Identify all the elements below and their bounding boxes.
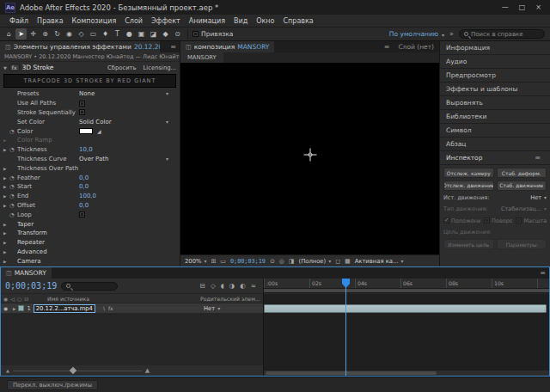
composition-mini-flowchart-icon[interactable]: ⊟ — [200, 282, 205, 290]
toggle-switches-modes-button[interactable]: Перекл. выключ./режимы — [7, 380, 98, 390]
grid-options-icon[interactable]: ⊞ — [211, 258, 216, 265]
panel-header[interactable]: Информация — [440, 41, 550, 55]
hide-shy-layers-icon[interactable]: ◖ — [221, 282, 224, 290]
clone-stamp-tool[interactable]: ▣ — [136, 28, 147, 40]
layer-label-color[interactable] — [18, 305, 24, 311]
menu-item[interactable]: Вид — [229, 17, 252, 25]
expand-arrow-icon[interactable] — [3, 258, 9, 265]
stopwatch-icon[interactable] — [9, 183, 17, 190]
tracker-checkbox[interactable]: Положение — [443, 217, 480, 224]
expand-arrow-icon[interactable] — [3, 193, 9, 199]
tracker-checkbox[interactable]: Масштаб — [516, 217, 547, 224]
layer-name[interactable]: 20.12.2...атча.mp4 — [34, 304, 95, 313]
panel-header[interactable]: Библиотеки — [440, 110, 550, 124]
track-camera-button[interactable]: Отслеж. камеру — [443, 168, 494, 178]
minimize-button[interactable]: — — [502, 3, 509, 11]
panel-header-inspector[interactable]: Инспектор — [440, 151, 550, 165]
motion-source-dropdown[interactable]: Нет — [530, 194, 547, 201]
effect-property-row[interactable]: Transform ◢ — [0, 229, 180, 238]
stabilize-motion-button[interactable]: Стаб. движение — [497, 181, 547, 191]
menu-item[interactable]: Правка — [33, 17, 67, 25]
frame-blending-icon[interactable]: ◑ — [229, 282, 235, 290]
channels-icon[interactable]: ◨ — [289, 258, 295, 265]
panel-header[interactable]: Эффекты и шаблоны — [440, 83, 550, 96]
property-value[interactable]: 0,0 — [79, 175, 89, 181]
expand-arrow-icon[interactable] — [3, 239, 9, 246]
playhead-line[interactable] — [345, 279, 346, 376]
effect-property-row[interactable]: Offset 0,0 0,0 ◢ — [0, 201, 180, 211]
camera-tool[interactable]: ◉ — [64, 28, 75, 40]
timeline-horizontal-scrollbar[interactable] — [264, 371, 549, 376]
timeline-current-time[interactable]: 0;00;03;19 — [5, 281, 57, 291]
panel-header[interactable]: Символ — [440, 124, 550, 138]
transparency-grid-icon[interactable]: ▦ — [345, 258, 351, 265]
timeline-search-box[interactable] — [61, 282, 118, 291]
track-motion-button[interactable]: Отслеж. движение — [443, 181, 494, 191]
effect-property-row[interactable]: Taper ◢ — [0, 219, 180, 229]
effect-property-row[interactable]: Advanced ◢ — [0, 248, 180, 257]
last-snapshot-icon[interactable]: ◎ — [279, 258, 284, 265]
fx-badge-icon[interactable]: fx — [9, 64, 20, 71]
puppet-pin-tool[interactable]: ⊙ — [172, 28, 183, 40]
effect-property-row[interactable]: Stroke Sequentially ◢ — [0, 108, 180, 118]
eraser-tool[interactable]: ◪ — [148, 28, 159, 40]
property-dropdown[interactable]: Over Path — [79, 156, 168, 162]
viewer-tab[interactable]: MANSORY — [180, 52, 223, 63]
snap-checkbox[interactable] — [192, 31, 199, 37]
property-dropdown[interactable]: None — [79, 90, 168, 97]
magnification-dropdown[interactable]: 200% — [185, 258, 206, 265]
brush-tool[interactable]: ● — [124, 28, 135, 40]
graph-editor-icon[interactable]: ≈ — [251, 282, 256, 290]
panel-menu-icon[interactable] — [531, 154, 544, 162]
panel-header[interactable]: Абзац — [440, 138, 550, 151]
work-area-bar[interactable] — [264, 289, 549, 293]
workspace-overflow-icon[interactable]: » — [449, 30, 454, 38]
effect-property-row[interactable]: Color Ramp ◢ — [0, 136, 180, 145]
source-name-column-header[interactable]: Имя источника — [47, 296, 89, 302]
eyedropper-icon[interactable]: ◢ — [97, 128, 101, 134]
expand-arrow-icon[interactable] — [3, 230, 9, 236]
stopwatch-icon[interactable] — [9, 193, 17, 199]
panel-menu-icon[interactable] — [381, 41, 394, 52]
tracker-checkbox[interactable]: Поворот — [484, 217, 512, 224]
layer-parent-dropdown[interactable]: Нет — [204, 305, 260, 312]
expand-arrow-icon[interactable] — [3, 137, 9, 144]
tab-layer-viewer[interactable]: Слой (нет) — [393, 41, 439, 52]
stopwatch-icon[interactable] — [9, 202, 17, 209]
property-value[interactable]: 10,0 — [79, 146, 93, 153]
zoom-out-frames-icon[interactable]: ▲ — [6, 368, 9, 373]
effect-property-row[interactable]: Camera ◢ — [0, 256, 180, 266]
close-button[interactable]: × — [535, 3, 541, 11]
menu-item[interactable]: Справка — [278, 17, 317, 25]
property-value[interactable]: 0,0 — [79, 202, 89, 209]
warp-stabilizer-button[interactable]: Стаб. деформ. — [497, 168, 547, 178]
menu-item[interactable]: Анимация — [185, 17, 229, 25]
panel-menu-icon[interactable] — [536, 267, 549, 279]
expand-arrow-icon[interactable] — [3, 221, 9, 228]
time-ruler[interactable]: :00s02s04s06s08s10s — [264, 279, 549, 289]
red-giant-banner[interactable]: TRAPCODE 3D STROKE BY RED GIANT — [3, 74, 176, 88]
fx-icon[interactable]: fx — [108, 305, 113, 311]
property-checkbox[interactable] — [79, 109, 85, 115]
zoom-in-frames-icon[interactable]: ▲ — [145, 367, 150, 374]
menu-item[interactable]: Композиция — [68, 17, 121, 25]
menu-item[interactable]: Файл — [5, 17, 33, 25]
effect-property-row[interactable]: Thickness Curve Over Path Over Path ◢ — [0, 155, 180, 164]
stopwatch-icon[interactable] — [9, 146, 17, 153]
tab-effect-controls[interactable]: Элементы управления эффектами 20.12.2020… — [0, 41, 160, 52]
anchor-crosshair[interactable] — [303, 149, 316, 162]
hand-tool[interactable]: ✛ — [28, 28, 39, 40]
snapshot-icon[interactable]: ⊙ — [270, 258, 275, 265]
stopwatch-icon[interactable] — [9, 175, 17, 181]
shape-tool[interactable]: ▭ — [88, 28, 99, 40]
tab-composition[interactable]: композиция MANSORY — [180, 41, 274, 52]
parent-column-header[interactable]: Родительский элемент и ... — [200, 296, 260, 302]
layer-twirl-icon[interactable] — [13, 305, 15, 312]
timeline-track-area[interactable]: :00s02s04s06s08s10s — [264, 279, 549, 376]
zoom-slider-handle[interactable] — [70, 366, 76, 373]
expand-arrow-icon[interactable] — [3, 183, 9, 190]
menu-item[interactable]: Окно — [252, 17, 278, 25]
panel-header[interactable]: Предпросмотр — [440, 69, 550, 83]
current-time-display[interactable]: 0;00;03;19 — [230, 258, 266, 265]
color-swatch[interactable] — [79, 128, 93, 134]
